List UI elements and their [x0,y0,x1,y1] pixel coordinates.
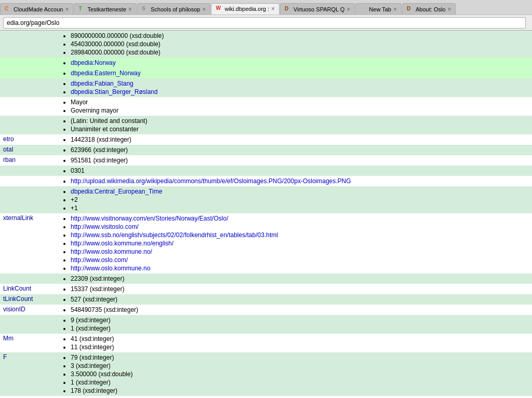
value-list: 15337 (xsd:integer) [60,285,529,293]
list-item: http://www.ssb.no/english/subjects/02/02… [71,231,529,239]
tab-icon-t1: C [5,6,12,13]
table-row: etro1442318 (xsd:integer) [0,134,532,145]
tab-close-t3[interactable]: × [202,6,206,13]
row-key[interactable] [0,186,57,213]
list-item: http://www.oslo.com/ [71,256,529,264]
tab-icon-t2: T [78,6,86,13]
list-item: 1 (xsd:integer) [71,378,529,387]
row-key[interactable]: LinkCount [0,284,57,294]
tab-label-t7: About: Oslo [416,6,445,12]
data-link[interactable]: http://www.oslo.kommune.no [71,265,150,272]
row-key[interactable] [0,78,57,97]
browser-tab-t3[interactable]: SSchools of philosop× [137,3,210,15]
list-item: 951581 (xsd:integer) [71,156,529,164]
data-link[interactable]: dbpedia:Stian_Berger_Røsland [71,88,157,95]
row-key[interactable] [0,68,57,78]
browser-tab-t1[interactable]: CCloudMade Accoun× [0,3,73,15]
browser-tab-t6[interactable]: New Tab× [355,3,402,15]
table-row: MayorGoverning mayor [0,97,532,116]
value-list: 41 (xsd:integer)11 (xsd:integer) [60,335,529,351]
table-row: 22309 (xsd:integer) [0,273,532,284]
table-row: LinkCount15337 (xsd:integer) [0,284,532,294]
browser-tab-t4[interactable]: Wwiki.dbpedia.org :× [211,3,280,15]
list-item: 41 (xsd:integer) [71,335,529,343]
list-item: http://www.oslo.kommune.no/english/ [71,239,529,248]
tab-close-t2[interactable]: × [128,6,132,13]
row-key[interactable]: tLinkCount [0,294,57,305]
row-key[interactable] [0,176,57,186]
row-key[interactable]: xternalLink [0,213,57,273]
table-row: dbpedia:Central_European_Time+2+1 [0,186,532,213]
row-key[interactable] [0,116,57,134]
tab-icon-t3: S [142,6,149,13]
tab-label-t3: Schools of philosop [151,6,200,12]
row-key[interactable]: Mm [0,334,57,352]
browser-chrome: CCloudMade Accoun×TTestkartteneste×SScho… [0,0,532,31]
tab-close-t5[interactable]: × [347,6,350,13]
row-key[interactable]: otal [0,145,57,155]
list-item: dbpedia:Eastern_Norway [71,69,529,77]
tab-close-t7[interactable]: × [447,6,451,13]
table-row: F79 (xsd:integer)3 (xsd:integer)3.500000… [0,352,532,396]
browser-tab-t2[interactable]: TTestkartteneste× [74,3,137,15]
data-link[interactable]: http://www.visitnorway.com/en/Stories/No… [71,215,228,222]
data-link[interactable]: http://www.oslo.kommune.no/ [71,248,152,255]
list-item: 289840000.000000 (xsd:double) [71,48,529,57]
row-value: 22309 (xsd:integer) [57,273,532,284]
row-value: 41 (xsd:integer)11 (xsd:integer) [57,334,532,352]
row-value: 1442318 (xsd:integer) [57,134,532,145]
data-link[interactable]: http://www.oslo.com/ [71,256,128,264]
value-list: dbpedia:Central_European_Time+2+1 [60,187,529,212]
value-list: 548490735 (xsd:integer) [60,306,529,314]
row-key[interactable] [0,58,57,68]
address-bar[interactable] [3,17,526,29]
tab-label-t1: CloudMade Accoun [14,6,63,12]
list-item: dbpedia:Central_European_Time [71,187,529,196]
table-row: dbpedia:Norway [0,58,532,68]
tab-close-t1[interactable]: × [65,6,69,13]
tab-close-t6[interactable]: × [393,6,397,13]
list-item: 623966 (xsd:integer) [71,146,529,154]
row-value: 8900000000.000000 (xsd:double)454030000.… [57,31,532,58]
data-link[interactable]: dbpedia:Norway [71,59,116,66]
row-value: dbpedia:Fabian_Stangdbpedia:Stian_Berger… [57,78,532,97]
value-list: http://upload.wikimedia.org/wikipedia/co… [60,177,529,185]
table-row: Mm41 (xsd:integer)11 (xsd:integer) [0,334,532,352]
row-value: dbpedia:Central_European_Time+2+1 [57,186,532,213]
tab-bar: CCloudMade Accoun×TTestkartteneste×SScho… [0,0,532,15]
table-row: xternalLinkhttp://www.visitnorway.com/en… [0,213,532,273]
tab-icon-t6 [360,6,367,13]
row-key[interactable] [0,315,57,334]
browser-tab-t7[interactable]: DAbout: Oslo× [402,3,456,15]
table-row: (Latin: United and constant)Unanimiter e… [0,116,532,134]
value-list: MayorGoverning mayor [60,98,529,115]
data-link[interactable]: http://www.ssb.no/english/subjects/02/02… [71,231,278,239]
browser-tab-t5[interactable]: DVirtuoso SPARQL Q× [280,3,355,15]
row-key[interactable]: rban [0,155,57,166]
data-link[interactable]: http://upload.wikimedia.org/wikipedia/co… [71,177,351,185]
value-list: (Latin: United and constant)Unanimiter e… [60,117,529,133]
tab-close-t4[interactable]: × [271,5,275,12]
data-link[interactable]: http://www.visitoslo.com/ [71,223,139,230]
data-link[interactable]: http://www.oslo.kommune.no/english/ [71,240,174,247]
row-key[interactable] [0,31,57,58]
row-key[interactable]: F [0,352,57,396]
row-key[interactable] [0,166,57,176]
data-link[interactable]: dbpedia:Central_European_Time [71,188,162,195]
row-key[interactable]: visionID [0,305,57,315]
row-key[interactable]: etro [0,134,57,145]
tab-label-t4: wiki.dbpedia.org : [224,6,269,12]
row-value: 951581 (xsd:integer) [57,155,532,166]
list-item: http://www.visitoslo.com/ [71,223,529,231]
list-item: http://www.visitnorway.com/en/Stories/No… [71,214,529,223]
list-item: http://www.oslo.kommune.no/ [71,248,529,256]
list-item: 3.500000 (xsd:double) [71,370,529,378]
table-row: dbpedia:Eastern_Norway [0,68,532,78]
data-link[interactable]: dbpedia:Fabian_Stang [71,80,134,87]
data-link[interactable]: dbpedia:Eastern_Norway [71,70,141,77]
row-key[interactable] [0,273,57,284]
list-item: 9 (xsd:integer) [71,316,529,324]
row-key[interactable] [0,97,57,116]
tab-icon-t5: D [285,6,292,13]
row-value: dbpedia:Norway [57,58,532,68]
